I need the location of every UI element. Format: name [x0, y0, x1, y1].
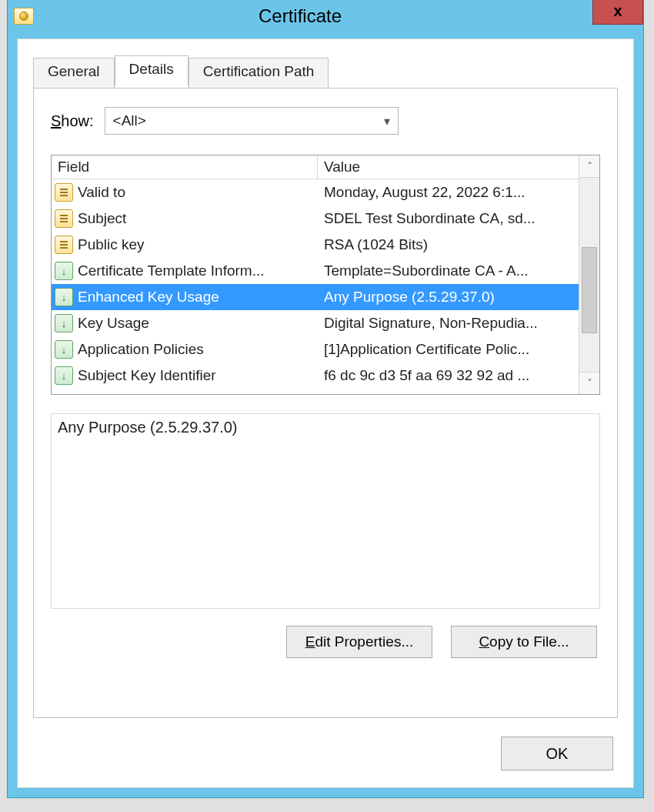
- show-combo-value: <All>: [113, 112, 146, 129]
- cert-field-icon: [55, 236, 73, 254]
- tab-general[interactable]: General: [33, 58, 115, 89]
- tab-certification-path[interactable]: Certification Path: [189, 58, 329, 89]
- field-name: Key Usage: [78, 315, 149, 332]
- field-name: Subject Key Identifier: [78, 367, 216, 384]
- cell-field: Application Policies: [52, 340, 318, 359]
- scroll-thumb[interactable]: [582, 247, 597, 333]
- cert-extension-icon: [55, 314, 73, 332]
- cell-value: Digital Signature, Non-Repudia...: [318, 315, 579, 332]
- cell-field: Enhanced Key Usage: [52, 288, 318, 306]
- client-area: General Details Certification Path Show:…: [17, 38, 634, 788]
- table-row[interactable]: Key UsageDigital Signature, Non-Repudia.…: [52, 310, 579, 336]
- table-row[interactable]: Certificate Template Inform...Template=S…: [52, 258, 579, 284]
- cert-field-icon: [55, 183, 73, 202]
- tab-details[interactable]: Details: [115, 55, 189, 86]
- cert-extension-icon: [55, 262, 73, 280]
- window-title: Certificate: [8, 5, 592, 27]
- cert-extension-icon: [55, 340, 73, 359]
- field-name: Valid to: [78, 184, 125, 201]
- cell-field: Valid to: [52, 183, 318, 202]
- detail-text-pane: Any Purpose (2.5.29.37.0): [51, 413, 600, 609]
- cert-extension-icon: [55, 366, 73, 385]
- button-row: Edit Properties... Copy to File...: [51, 626, 600, 658]
- tabpage-details: Show: <All> ▾ Field Value Valid toMonday…: [33, 88, 618, 718]
- table-row[interactable]: SubjectSDEL Test Subordinate CA, sd...: [52, 206, 579, 232]
- field-name: Enhanced Key Usage: [78, 289, 219, 306]
- cell-field: Public key: [52, 236, 318, 254]
- cell-value: SDEL Test Subordinate CA, sd...: [318, 210, 579, 227]
- field-name: Application Policies: [78, 341, 204, 358]
- table-row[interactable]: Enhanced Key UsageAny Purpose (2.5.29.37…: [52, 284, 579, 310]
- column-headers: Field Value: [52, 155, 579, 179]
- copy-to-file-button[interactable]: Copy to File...: [451, 626, 597, 658]
- chevron-down-icon: ▾: [384, 114, 390, 129]
- edit-properties-button[interactable]: Edit Properties...: [286, 626, 432, 658]
- certificate-dialog: Certificate x General Details Certificat…: [8, 0, 643, 797]
- field-name: Certificate Template Inform...: [78, 262, 265, 279]
- fields-listview[interactable]: Field Value Valid toMonday, August 22, 2…: [51, 155, 600, 395]
- cell-value: Any Purpose (2.5.29.37.0): [318, 289, 579, 306]
- tabstrip: General Details Certification Path: [33, 58, 329, 89]
- list-columns: Field Value Valid toMonday, August 22, 2…: [52, 155, 579, 394]
- cell-value: f6 dc 9c d3 5f aa 69 32 92 ad ...: [318, 367, 579, 384]
- table-row[interactable]: Public keyRSA (1024 Bits): [52, 232, 579, 258]
- cell-field: Certificate Template Inform...: [52, 262, 318, 280]
- cert-field-icon: [55, 209, 73, 228]
- table-row[interactable]: Application Policies[1]Application Certi…: [52, 336, 579, 363]
- list-rows: Valid toMonday, August 22, 2022 6:1...Su…: [52, 179, 579, 394]
- show-label: Show:: [51, 112, 94, 130]
- cell-field: Subject: [52, 209, 318, 228]
- field-name: Subject: [78, 210, 126, 227]
- cell-value: RSA (1024 Bits): [318, 236, 579, 253]
- scroll-track[interactable]: [579, 178, 599, 372]
- show-row: Show: <All> ▾: [51, 107, 600, 135]
- cert-extension-icon: [55, 288, 73, 306]
- cell-field: Key Usage: [52, 314, 318, 332]
- close-button[interactable]: x: [592, 0, 643, 25]
- show-combo[interactable]: <All> ▾: [105, 107, 399, 135]
- ok-button[interactable]: OK: [501, 737, 613, 770]
- cell-value: Template=Subordinate CA - A...: [318, 262, 579, 279]
- cell-field: Subject Key Identifier: [52, 366, 318, 385]
- titlebar: Certificate x: [8, 0, 643, 32]
- table-row[interactable]: Subject Key Identifierf6 dc 9c d3 5f aa …: [52, 363, 579, 389]
- column-header-value[interactable]: Value: [318, 155, 579, 179]
- column-header-field[interactable]: Field: [52, 155, 318, 179]
- cell-value: [1]Application Certificate Polic...: [318, 341, 579, 358]
- field-name: Public key: [78, 236, 145, 253]
- cell-value: Monday, August 22, 2022 6:1...: [318, 184, 579, 201]
- scroll-up-button[interactable]: ˄: [579, 155, 599, 178]
- table-row[interactable]: Valid toMonday, August 22, 2022 6:1...: [52, 179, 579, 206]
- scroll-down-button[interactable]: ˅: [579, 372, 599, 394]
- scrollbar-vertical[interactable]: ˄ ˅: [579, 155, 599, 394]
